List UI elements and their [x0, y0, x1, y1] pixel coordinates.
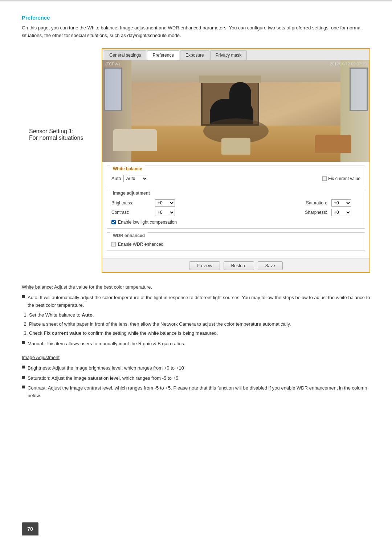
saturation-select[interactable]: +0+1-1 [331, 199, 351, 207]
step-1: Set the White balance to Auto. [29, 311, 370, 319]
intro-text: On this page, you can tune the White bal… [22, 24, 370, 40]
tab-general-settings[interactable]: General settings [104, 50, 146, 60]
bullet-sq-2 [22, 341, 25, 344]
description-section: White balance: Adjust the value for the … [22, 283, 370, 400]
camera-view: (TCP-V) 2012/10/12 09:07:19 [102, 60, 369, 162]
img-adj-heading: Image Adjustment [22, 354, 370, 361]
wb-row: Auto Auto Manual Fix current value [111, 175, 360, 182]
save-button[interactable]: Save [258, 261, 283, 270]
manual-desc: Manual: This item allows users to manual… [28, 340, 185, 347]
wdr-section: WDR enhanced Enable WDR enhanced [107, 232, 365, 251]
wb-underline-label: White balance [22, 284, 52, 290]
wb-intro-suffix: : Adjust the value for the best color te… [52, 284, 152, 290]
brightness-label: Brightness: [111, 200, 155, 205]
dark-figure [229, 82, 251, 118]
sensor-label: Sensor Setting 1: For normal situations [22, 48, 102, 141]
wdr-enable-label: Enable WDR enhanced [118, 242, 163, 247]
brightness-select[interactable]: +0+1+2 [155, 199, 175, 207]
auto-desc: Auto: It will automatically adjust the c… [28, 294, 370, 309]
wdr-legend: WDR enhanced [110, 232, 148, 239]
contrast-bullet: Contrast: Adjust the image contrast leve… [22, 384, 370, 400]
saturation-label: Saturation: [184, 200, 331, 205]
auto-bullet: Auto: It will automatically adjust the c… [22, 294, 370, 309]
image-adjustment-content: Brightness: +0+1+2 Saturation: +0+1-1 Co… [107, 196, 365, 228]
panel-container: General settings Preference Exposure Pri… [102, 48, 370, 273]
sharpness-label: Sharpness: [184, 210, 331, 215]
bottom-buttons: Preview Restore Save [102, 258, 369, 272]
contrast-desc: Contrast: Adjust the image contrast leve… [28, 384, 370, 400]
restore-button[interactable]: Restore [224, 261, 254, 270]
fix-current-bold: Fix current value [44, 330, 81, 336]
bullet-sq-4 [22, 376, 25, 379]
contrast-label: Contrast: [111, 210, 155, 215]
manual-bullet: Manual: This item allows users to manual… [22, 340, 370, 347]
wdr-checkbox[interactable] [111, 242, 116, 247]
steps-list: Set the White balance to Auto. Place a s… [22, 311, 370, 337]
settings-panel: White balance Auto Auto Manual [102, 162, 369, 258]
page-title: Preference [22, 15, 370, 21]
camera-label: (TCP-V) [105, 62, 120, 66]
image-adjustment-section: Image adjustment Brightness: +0+1+2 Satu… [107, 190, 365, 229]
saturation-desc: Saturation: Adjust the image saturation … [28, 374, 180, 382]
wdr-content: Enable WDR enhanced [107, 239, 365, 250]
low-light-label: Enable low light compensation [118, 220, 177, 225]
saturation-bullet: Saturation: Adjust the image saturation … [22, 374, 370, 382]
sharpness-select[interactable]: +0+1-1 [331, 209, 351, 216]
tab-preference[interactable]: Preference [147, 50, 179, 60]
mantle [199, 76, 261, 83]
fix-current-label: Fix current value [328, 176, 360, 181]
chair-center [221, 138, 250, 155]
sofa-left [113, 129, 157, 151]
sofa-right [315, 135, 351, 153]
room-scene [102, 60, 369, 162]
img-adj-grid: Brightness: +0+1+2 Saturation: +0+1-1 Co… [111, 199, 360, 225]
tab-privacy-mask[interactable]: Privacy mask [210, 50, 247, 60]
bullet-sq-5 [22, 386, 25, 388]
camera-section: Sensor Setting 1: For normal situations … [22, 48, 370, 273]
bullet-sq-1 [22, 295, 25, 298]
preview-button[interactable]: Preview [189, 261, 220, 270]
tab-exposure[interactable]: Exposure [180, 50, 209, 60]
wb-left: Auto Auto Manual [111, 175, 148, 182]
bullet-sq-3 [22, 366, 25, 368]
fix-current-checkbox[interactable] [322, 176, 327, 181]
white-balance-content: Auto Auto Manual Fix current value [107, 172, 365, 186]
white-balance-legend: White balance [110, 166, 145, 172]
white-balance-section: White balance Auto Auto Manual [107, 166, 365, 186]
wdr-row: Enable WDR enhanced [111, 242, 360, 247]
tabs-bar: General settings Preference Exposure Pri… [102, 49, 369, 60]
low-light-row: Enable low light compensation [111, 220, 360, 225]
window-left [104, 68, 122, 111]
wb-auto-label: Auto [111, 176, 121, 181]
fix-current-value[interactable]: Fix current value [322, 176, 360, 181]
brightness-desc: Brightness: Adjust the image brightness … [28, 364, 184, 372]
window-right [350, 68, 368, 111]
step-3: Check Fix current value to confirm the s… [29, 330, 370, 337]
camera-timestamp: 2012/10/12 09:07:19 [330, 62, 367, 66]
image-adjustment-legend: Image adjustment [110, 190, 153, 196]
brightness-bullet: Brightness: Adjust the image brightness … [22, 364, 370, 372]
wb-intro-text: White balance: Adjust the value for the … [22, 283, 370, 291]
step-2: Place a sheet of white paper in front of… [29, 321, 370, 328]
page-wrapper: Preference On this page, you can tune th… [0, 0, 392, 550]
low-light-checkbox[interactable] [111, 220, 116, 224]
contrast-select[interactable]: +0+1-1 [155, 209, 175, 216]
wb-select[interactable]: Auto Manual [123, 175, 148, 182]
page-number-tab: 70 [22, 522, 38, 535]
